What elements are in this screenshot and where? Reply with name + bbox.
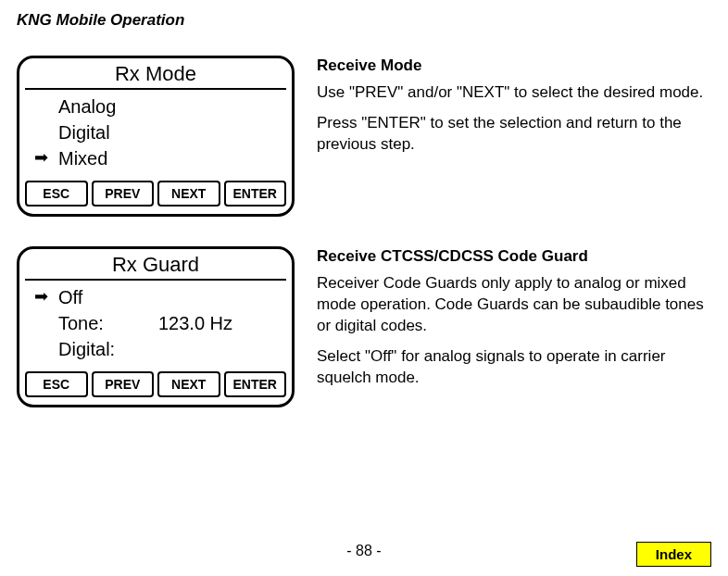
rx-guard-box: Rx Guard ➡ Off Tone: 123.0 Hz Digital: E… [17,246,295,407]
esc-button[interactable]: ESC [25,371,88,397]
selection-arrow-icon: ➡ [34,146,58,169]
list-item[interactable]: Digital: [34,336,277,362]
list-item-label: Digital [58,119,110,145]
rx-mode-list: Analog Digital ➡ Mixed [19,90,292,181]
section-rx-mode: Rx Mode Analog Digital ➡ Mixed ESC PREV … [17,56,711,217]
prev-button[interactable]: PREV [92,371,155,397]
selection-arrow-icon: ➡ [34,285,58,308]
rx-mode-buttons: ESC PREV NEXT ENTER [19,181,292,214]
desc-paragraph: Press "ENTER" to set the selection and r… [317,113,711,156]
rx-mode-box: Rx Mode Analog Digital ➡ Mixed ESC PREV … [17,56,295,217]
list-item-label: Digital: [58,336,115,362]
rx-guard-buttons: ESC PREV NEXT ENTER [19,371,292,405]
list-item-label: Analog [58,94,116,119]
rx-guard-description: Receive CTCSS/CDCSS Code Guard Receiver … [317,246,711,407]
prev-button[interactable]: PREV [92,181,155,207]
desc-paragraph: Use "PREV" and/or "NEXT" to select the d… [317,82,711,104]
next-button[interactable]: NEXT [157,181,220,207]
page-header: KNG Mobile Operation [17,11,711,30]
desc-title: Receive CTCSS/CDCSS Code Guard [317,246,711,268]
rx-mode-title: Rx Mode [25,58,286,90]
page-number: - 88 - [346,543,381,559]
list-item[interactable]: Analog [34,94,277,119]
list-item[interactable]: ➡ Mixed [34,145,277,171]
list-item-label: Tone: [58,310,132,336]
list-item[interactable]: Tone: 123.0 Hz [34,310,277,336]
esc-button[interactable]: ESC [25,181,88,207]
desc-paragraph: Receiver Code Guards only apply to analo… [317,273,711,337]
enter-button[interactable]: ENTER [224,181,287,207]
index-button[interactable]: Index [636,542,711,567]
list-item-label: Mixed [58,145,107,171]
next-button[interactable]: NEXT [157,371,220,397]
rx-mode-description: Receive Mode Use "PREV" and/or "NEXT" to… [317,56,711,217]
list-item[interactable]: Digital [34,119,277,145]
enter-button[interactable]: ENTER [224,371,287,397]
list-item-label: Off [58,284,82,310]
rx-guard-list: ➡ Off Tone: 123.0 Hz Digital: [19,281,292,371]
desc-title: Receive Mode [317,56,711,77]
section-rx-guard: Rx Guard ➡ Off Tone: 123.0 Hz Digital: E… [17,246,711,407]
list-item-value: 123.0 Hz [158,310,232,336]
rx-guard-title: Rx Guard [25,249,286,281]
list-item[interactable]: ➡ Off [34,284,277,310]
desc-paragraph: Select "Off" for analog signals to opera… [317,346,711,389]
